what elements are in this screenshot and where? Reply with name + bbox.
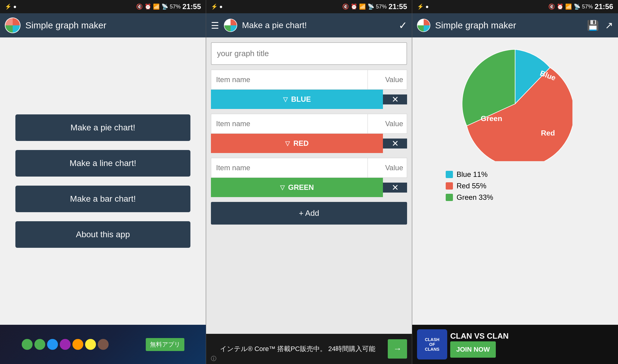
gem-green2 (34, 339, 45, 350)
mute-icon-3: 🔇 (548, 3, 555, 10)
notif-icon: ● (219, 4, 223, 10)
item-row-green: ▽ GREEN ✕ (211, 158, 407, 197)
item-fields-red (211, 114, 407, 134)
app-logo-1 (5, 18, 21, 33)
legend-dot-blue (446, 171, 453, 178)
gem-orange (72, 339, 83, 350)
delete-item-green[interactable]: ✕ (383, 183, 407, 193)
item-fields-blue (211, 70, 407, 90)
add-item-button[interactable]: + Add (211, 202, 407, 225)
color-select-blue[interactable]: ▽ BLUE (211, 90, 383, 109)
join-now-button[interactable]: JOIN NOW (450, 341, 496, 358)
signal-icon-2: 📡 (368, 3, 374, 10)
form-title: Make a pie chart! (242, 21, 394, 30)
app-title-3: Simple graph maker (435, 20, 582, 30)
save-icon[interactable]: 💾 (587, 20, 599, 31)
ad-intel-text[interactable]: インテル® Core™ 搭載PC販売中。 24時間購入可能 (220, 344, 384, 354)
color-select-red[interactable]: ▽ RED (211, 134, 383, 153)
pie-chart-svg: Blue Red Green (458, 46, 572, 161)
color-row-green: ▽ GREEN ✕ (211, 178, 407, 197)
ad-banner-2: ⓘ インテル® Core™ 搭載PC販売中。 24時間購入可能 → (206, 334, 412, 364)
color-row-red: ▽ RED ✕ (211, 134, 407, 153)
signal-icon-3: 📡 (574, 3, 580, 10)
app-title-1: Simple graph maker (25, 20, 201, 30)
game-ad-panel[interactable]: 無料アプリ (0, 325, 206, 364)
gem-brown (98, 339, 109, 350)
item-value-input-red[interactable] (368, 114, 407, 134)
make-line-chart-button[interactable]: Make a line chart! (15, 150, 190, 177)
legend-item-green: Green 33% (446, 193, 585, 202)
status-icons-left-2: ⚡ ● (211, 3, 223, 10)
panel-pie-form: ⚡ ● 🔇 ⏰ 📶 📡 57% 21:55 ☰ Make a pie chart… (206, 0, 412, 364)
bar-actions-3: 💾 ↗ (587, 20, 613, 31)
item-value-input-green[interactable] (368, 158, 407, 178)
chart-content: Blue Red Green Blue 11% Red 55% Green 33… (412, 37, 618, 325)
item-fields-green (211, 158, 407, 178)
hamburger-icon[interactable]: ☰ (211, 20, 219, 31)
gem-green (22, 339, 33, 350)
ad-banner-3: CLASHOFCLANS CLAN VS CLAN JOIN NOW (412, 325, 618, 364)
wifi-icon-3: 📶 (565, 3, 572, 10)
main-menu-content: Make a pie chart! Make a line chart! Mak… (0, 37, 206, 325)
battery-text: 57% (170, 4, 181, 10)
mute-icon-2: 🔇 (342, 3, 349, 10)
mute-icon: 🔇 (136, 3, 143, 10)
legend-text-red: Red 55% (457, 182, 486, 190)
app-bar-2: ☰ Make a pie chart! ✓ (206, 13, 412, 37)
alarm-icon-3: ⏰ (557, 3, 563, 10)
item-name-input-red[interactable] (211, 114, 368, 134)
color-label-green: GREEN (288, 183, 314, 192)
legend-dot-green (446, 194, 453, 201)
color-select-green[interactable]: ▽ GREEN (211, 178, 383, 197)
about-app-button[interactable]: About this app (15, 221, 190, 248)
ad-banner-1: 無料アプリ (0, 325, 206, 364)
app-bar-3: Simple graph maker 💾 ↗ (412, 13, 618, 37)
share-icon[interactable]: ↗ (605, 20, 613, 31)
color-label-blue: BLUE (291, 95, 311, 104)
free-app-badge[interactable]: 無料アプリ (146, 338, 184, 351)
legend-text-green: Green 33% (457, 193, 493, 202)
clan-vs-clan-text: CLAN VS CLAN (450, 331, 509, 341)
legend-item-blue: Blue 11% (446, 170, 585, 179)
delete-item-blue[interactable]: ✕ (383, 94, 407, 104)
clash-of-clans-ad[interactable]: CLASHOFCLANS CLAN VS CLAN JOIN NOW (417, 329, 509, 359)
color-label-red: RED (293, 139, 309, 148)
make-bar-chart-button[interactable]: Make a bar chart! (15, 186, 190, 212)
status-icons-left-3: ⚡ ● (417, 3, 429, 10)
app-bar-1: Simple graph maker (0, 13, 206, 37)
alarm-icon-2: ⏰ (351, 3, 357, 10)
usb-icon: ⚡ (5, 3, 11, 10)
panel-main-menu: ⚡ ● 🔇 ⏰ 📶 📡 57% 21:55 Simple graph maker… (0, 0, 206, 364)
make-pie-chart-button[interactable]: Make a pie chart! (15, 114, 190, 141)
delete-item-red[interactable]: ✕ (383, 139, 407, 148)
item-row-blue: ▽ BLUE ✕ (211, 70, 407, 109)
status-icons-right: 🔇 ⏰ 📶 📡 57% 21:55 (136, 2, 201, 11)
item-name-input-blue[interactable] (211, 70, 368, 90)
pie-label-red: Red (541, 129, 555, 137)
usb-icon-3: ⚡ (417, 3, 424, 10)
battery-text-3: 57% (582, 4, 593, 10)
dropdown-arrow-red: ▽ (285, 140, 290, 147)
pie-label-green: Green (481, 114, 502, 123)
ad-arrow-button[interactable]: → (388, 339, 407, 359)
status-bar-1: ⚡ ● 🔇 ⏰ 📶 📡 57% 21:55 (0, 0, 206, 13)
time-display-3: 21:56 (595, 2, 613, 11)
gem-yellow (85, 339, 96, 350)
item-value-input-blue[interactable] (368, 70, 407, 90)
alarm-icon: ⏰ (145, 3, 151, 10)
confirm-check-icon[interactable]: ✓ (399, 19, 407, 31)
graph-title-input[interactable] (211, 42, 407, 65)
ad-info-icon: ⓘ (211, 355, 216, 362)
usb-icon-2: ⚡ (211, 3, 218, 10)
item-name-input-green[interactable] (211, 158, 368, 178)
notif-icon-3: ● (425, 4, 429, 10)
legend-dot-red (446, 182, 453, 190)
status-icons-right-2: 🔇 ⏰ 📶 📡 57% 21:55 (342, 2, 407, 11)
app-icon-small: ● (13, 4, 17, 10)
wifi-icon-2: 📶 (359, 3, 366, 10)
app-logo-3 (417, 19, 430, 32)
clash-logo: CLASHOFCLANS (417, 329, 447, 359)
status-bar-2: ⚡ ● 🔇 ⏰ 📶 📡 57% 21:55 (206, 0, 412, 13)
dropdown-arrow-green: ▽ (280, 184, 285, 191)
gem-purple (60, 339, 71, 350)
